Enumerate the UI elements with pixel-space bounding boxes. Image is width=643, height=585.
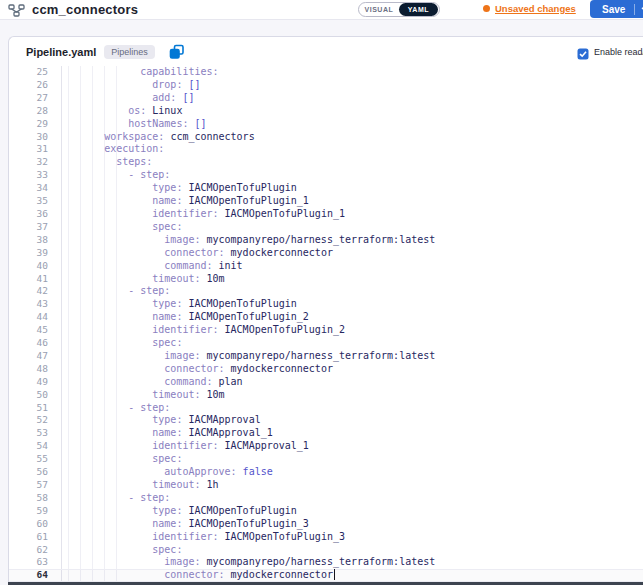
code-line[interactable]: 51 - step: bbox=[9, 402, 643, 415]
app-header: ccm_connectors VISUAL YAML Unsaved chang… bbox=[0, 0, 643, 20]
code-line[interactable]: 56 autoApprove: false bbox=[9, 466, 643, 479]
code-line[interactable]: 44 name: IACMOpenTofuPlugin_2 bbox=[9, 311, 643, 324]
code-line[interactable]: 36 identifier: IACMOpenTofuPlugin_1 bbox=[9, 208, 643, 221]
toggle-yaml[interactable]: YAML bbox=[399, 3, 438, 16]
code-text: connector: mydockerconnector bbox=[61, 247, 333, 260]
page-title: ccm_connectors bbox=[32, 2, 138, 17]
unsaved-dot-icon bbox=[483, 5, 490, 12]
code-text: name: IACMOpenTofuPlugin_2 bbox=[61, 311, 309, 324]
enable-readonly-label: Enable read/ bbox=[594, 47, 643, 57]
entity-type-badge: Pipelines bbox=[104, 45, 155, 59]
line-number: 59 bbox=[9, 505, 61, 518]
line-number: 38 bbox=[9, 234, 61, 247]
code-line[interactable]: 29 hostNames: [] bbox=[9, 118, 643, 131]
line-number: 39 bbox=[9, 247, 61, 260]
code-line[interactable]: 48 connector: mydockerconnector bbox=[9, 363, 643, 376]
code-text: execution: bbox=[61, 143, 164, 156]
code-line[interactable]: 52 type: IACMApproval bbox=[9, 414, 643, 427]
code-line[interactable]: 46 spec: bbox=[9, 337, 643, 350]
line-number: 63 bbox=[9, 556, 61, 569]
editor-toolbar: Pipeline.yaml Pipelines Enable read/ bbox=[9, 37, 643, 66]
code-line[interactable]: 35 name: IACMOpenTofuPlugin_1 bbox=[9, 195, 643, 208]
code-line[interactable]: 27 add: [] bbox=[9, 92, 643, 105]
line-number: 26 bbox=[9, 79, 61, 92]
line-number: 55 bbox=[9, 453, 61, 466]
code-text: - step: bbox=[61, 402, 170, 415]
toggle-visual[interactable]: VISUAL bbox=[359, 6, 399, 13]
code-line[interactable]: 39 connector: mydockerconnector bbox=[9, 247, 643, 260]
code-line[interactable]: 61 identifier: IACMOpenTofuPlugin_3 bbox=[9, 531, 643, 544]
visual-yaml-toggle[interactable]: VISUAL YAML bbox=[358, 2, 440, 17]
save-button[interactable]: Save bbox=[590, 0, 643, 18]
line-number: 27 bbox=[9, 92, 61, 105]
code-line[interactable]: 42 - step: bbox=[9, 285, 643, 298]
code-line[interactable]: 33 - step: bbox=[9, 169, 643, 182]
copy-icon[interactable] bbox=[169, 44, 185, 60]
code-line[interactable]: 49 command: plan bbox=[9, 376, 643, 389]
code-line[interactable]: 25 capabilities: bbox=[9, 66, 643, 79]
code-text: - step: bbox=[61, 169, 170, 182]
line-number: 34 bbox=[9, 182, 61, 195]
code-line[interactable]: 45 identifier: IACMOpenTofuPlugin_2 bbox=[9, 324, 643, 337]
code-line[interactable]: 26 drop: [] bbox=[9, 79, 643, 92]
line-number: 25 bbox=[9, 66, 61, 79]
line-number: 51 bbox=[9, 402, 61, 415]
line-number: 45 bbox=[9, 324, 61, 337]
line-number: 57 bbox=[9, 479, 61, 492]
checkbox-checked-icon[interactable] bbox=[577, 46, 589, 58]
code-text: type: IACMOpenTofuPlugin bbox=[61, 298, 297, 311]
chevron-down-icon[interactable] bbox=[635, 6, 643, 13]
code-line[interactable]: 40 command: init bbox=[9, 260, 643, 273]
code-text: spec: bbox=[61, 337, 182, 350]
code-line[interactable]: 64 connector: mydockerconnector bbox=[9, 569, 643, 582]
code-line[interactable]: 63 image: mycompanyrepo/harness_terrafor… bbox=[9, 556, 643, 569]
code-line[interactable]: 31 execution: bbox=[9, 143, 643, 156]
code-line[interactable]: 30 workspace: ccm_connectors bbox=[9, 131, 643, 144]
line-number: 40 bbox=[9, 260, 61, 273]
unsaved-changes-link[interactable]: Unsaved changes bbox=[483, 3, 576, 14]
line-number: 47 bbox=[9, 350, 61, 363]
code-text: autoApprove: false bbox=[61, 466, 273, 479]
code-text: os: Linux bbox=[61, 105, 182, 118]
line-number: 46 bbox=[9, 337, 61, 350]
code-line[interactable]: 62 spec: bbox=[9, 544, 643, 557]
code-line[interactable]: 32 steps: bbox=[9, 156, 643, 169]
code-line[interactable]: 60 name: IACMOpenTofuPlugin_3 bbox=[9, 518, 643, 531]
line-number: 32 bbox=[9, 156, 61, 169]
code-text: type: IACMApproval bbox=[61, 414, 261, 427]
code-text: spec: bbox=[61, 453, 182, 466]
code-line[interactable]: 53 name: IACMApproval_1 bbox=[9, 427, 643, 440]
code-text: add: [] bbox=[61, 92, 194, 105]
yaml-code-editor[interactable]: 25 capabilities:26 drop: []27 add: []28 … bbox=[9, 66, 643, 583]
code-line[interactable]: 57 timeout: 1h bbox=[9, 479, 643, 492]
code-line[interactable]: 59 type: IACMOpenTofuPlugin bbox=[9, 505, 643, 518]
code-text: connector: mydockerconnector bbox=[61, 569, 335, 582]
code-line[interactable]: 38 image: mycompanyrepo/harness_terrafor… bbox=[9, 234, 643, 247]
code-line[interactable]: 47 image: mycompanyrepo/harness_terrafor… bbox=[9, 350, 643, 363]
line-number: 44 bbox=[9, 311, 61, 324]
code-line[interactable]: 58 - step: bbox=[9, 492, 643, 505]
code-text: identifier: IACMOpenTofuPlugin_1 bbox=[61, 208, 345, 221]
text-cursor bbox=[334, 569, 335, 580]
line-number: 42 bbox=[9, 285, 61, 298]
code-line[interactable]: 41 timeout: 10m bbox=[9, 273, 643, 286]
code-text: image: mycompanyrepo/harness_terraform:l… bbox=[61, 234, 435, 247]
code-line[interactable]: 37 spec: bbox=[9, 221, 643, 234]
line-number: 56 bbox=[9, 466, 61, 479]
code-text: drop: [] bbox=[61, 79, 200, 92]
code-line[interactable]: 28 os: Linux bbox=[9, 105, 643, 118]
code-text: name: IACMOpenTofuPlugin_3 bbox=[61, 518, 309, 531]
code-text: hostNames: [] bbox=[61, 118, 207, 131]
code-line[interactable]: 50 timeout: 10m bbox=[9, 389, 643, 402]
code-line[interactable]: 34 type: IACMOpenTofuPlugin bbox=[9, 182, 643, 195]
code-text: type: IACMOpenTofuPlugin bbox=[61, 505, 297, 518]
code-line[interactable]: 43 type: IACMOpenTofuPlugin bbox=[9, 298, 643, 311]
code-line[interactable]: 55 spec: bbox=[9, 453, 643, 466]
code-text: name: IACMApproval_1 bbox=[61, 427, 273, 440]
code-line[interactable]: 54 identifier: IACMApproval_1 bbox=[9, 440, 643, 453]
line-number: 29 bbox=[9, 118, 61, 131]
code-text: image: mycompanyrepo/harness_terraform:l… bbox=[61, 556, 435, 569]
line-number: 60 bbox=[9, 518, 61, 531]
code-text: capabilities: bbox=[61, 66, 219, 79]
code-text: image: mycompanyrepo/harness_terraform:l… bbox=[61, 350, 435, 363]
